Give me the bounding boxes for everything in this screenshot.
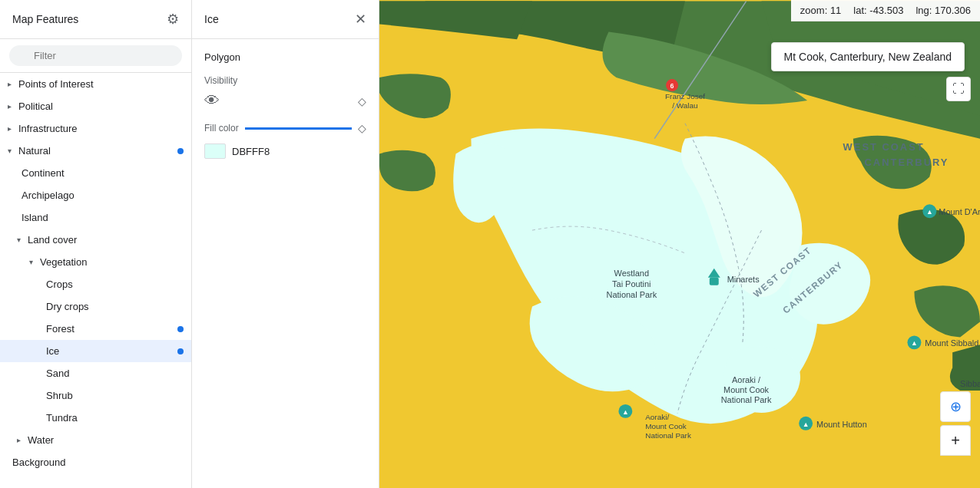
chevron-icon: ▸ [0,102,18,110]
sidebar: Map Features ⚙ ☰ ▸Points of Interest▸Pol… [0,0,192,488]
fill-color-line [245,127,352,130]
svg-text:▲: ▲ [926,208,933,216]
svg-text:Mount Cook: Mount Cook [723,385,770,394]
filter-input[interactable] [9,45,182,66]
sidebar-item-label: Infrastructure [18,123,78,134]
sidebar-item-label: Forest [46,323,74,335]
sidebar-item-label: Island [22,212,48,223]
locate-button[interactable]: ⊕ [940,391,971,422]
sidebar-item-label: Shrub [46,390,73,401]
chevron-icon: ▾ [0,147,18,155]
svg-text:Westland: Westland [614,269,649,278]
svg-text:Aoraki /: Aoraki / [732,375,761,384]
map-svg: 6 Franz Josef / Walau WEST COAST CANTERB… [379,0,980,488]
sidebar-item-shrub[interactable]: Shrub [0,384,191,407]
chevron-icon: ▸ [0,124,18,133]
gear-icon[interactable]: ⚙ [167,11,179,28]
sidebar-item-dry-crops[interactable]: Dry crops [0,295,191,318]
chevron-icon: ▾ [22,258,40,266]
active-dot [177,326,184,332]
detail-title: Ice [204,13,219,25]
detail-panel: Ice ✕ Polygon Visibility 👁 ◇ Fill color … [192,0,379,488]
sidebar-item-sand[interactable]: Sand [0,362,191,384]
active-dot [177,148,184,154]
color-swatch[interactable] [204,143,226,159]
zoom-label: zoom: 11 [800,5,842,16]
svg-text:▲: ▲ [622,408,629,416]
sidebar-item-natural[interactable]: ▾Natural [0,140,191,162]
detail-header: Ice ✕ [192,0,379,39]
active-dot [177,348,184,354]
sidebar-header: Map Features ⚙ [0,0,191,39]
sidebar-item-label: Sand [46,368,69,379]
sidebar-title: Map Features [12,13,78,25]
svg-text:Mount Hutton: Mount Hutton [816,420,867,429]
map-container: zoom: 11 lat: -43.503 lng: 170.306 Mt Co… [379,0,980,488]
svg-text:Aoraki/: Aoraki/ [645,413,669,421]
fullscreen-button[interactable]: ⛶ [946,77,971,101]
sidebar-item-label: Continent [22,167,65,179]
sidebar-item-background[interactable]: Background [0,451,191,473]
sidebar-item-label: Tundra [46,412,78,424]
sidebar-item-infrastructure[interactable]: ▸Infrastructure [0,117,191,140]
svg-text:▲: ▲ [911,339,918,347]
sidebar-item-label: Ice [46,345,59,357]
svg-text:National Park: National Park [606,290,657,299]
map-tooltip: Mt Cook, Canterbury, New Zealand [771,42,965,71]
sidebar-item-label: Crops [46,279,73,290]
svg-text:Franz Josef: Franz Josef [665,92,705,101]
sidebar-item-archipelago[interactable]: Archipelago [0,184,191,206]
sidebar-item-label: Dry crops [46,301,89,312]
sidebar-item-political[interactable]: ▸Political [0,95,191,117]
lng-label: lng: 170.306 [915,5,971,16]
zoom-plus-button[interactable]: + [940,425,971,456]
fill-color-row: Fill color ◇ [204,122,366,134]
svg-text:CANTERBURY: CANTERBURY [865,157,949,168]
visibility-label: Visibility [204,75,366,86]
chevron-icon: ▸ [0,80,18,88]
svg-text:▲: ▲ [803,420,809,428]
sidebar-item-water[interactable]: ▸Water [0,429,191,451]
svg-text:Mount D'Archiac: Mount D'Archiac [939,207,980,216]
sidebar-item-label: Vegetation [40,256,87,268]
svg-text:WEST COAST: WEST COAST [843,141,925,153]
filter-bar: ☰ [0,39,191,73]
detail-content: Polygon Visibility 👁 ◇ Fill color ◇ DBFF… [192,39,379,488]
sidebar-item-continent[interactable]: Continent [0,162,191,184]
svg-text:Minarets: Minarets [727,275,760,284]
svg-text:Sibbald: Sibbald [960,379,980,388]
tree-container: ▸Points of Interest▸Political▸Infrastruc… [0,73,191,473]
sidebar-item-label: Archipelago [22,190,74,201]
sidebar-item-vegetation[interactable]: ▾Vegetation [0,251,191,273]
sidebar-item-label: Natural [18,145,51,157]
sidebar-item-ice[interactable]: Ice [0,340,191,362]
map-header: zoom: 11 lat: -43.503 lng: 170.306 [791,0,980,21]
chevron-icon: ▾ [9,236,28,244]
eye-icon[interactable]: 👁 [204,92,220,110]
sidebar-item-island[interactable]: Island [0,206,191,229]
sidebar-item-forest[interactable]: Forest [0,318,191,340]
sidebar-item-label: Points of Interest [18,78,94,90]
sidebar-item-points-of-interest[interactable]: ▸Points of Interest [0,73,191,95]
svg-text:Mount Cook: Mount Cook [645,422,687,430]
lat-label: lat: -43.503 [853,5,903,16]
sidebar-item-label: Land cover [28,234,77,246]
sidebar-item-label: Background [12,457,65,468]
svg-text:/ Walau: / Walau [672,101,697,110]
sidebar-item-crops[interactable]: Crops [0,273,191,295]
svg-text:6: 6 [670,82,674,90]
close-icon[interactable]: ✕ [355,11,366,28]
fill-color-label: Fill color [204,123,239,134]
polygon-label: Polygon [204,51,366,63]
sidebar-item-label: Water [28,434,54,446]
sidebar-item-land-cover[interactable]: ▾Land cover [0,229,191,251]
fill-diamond-icon[interactable]: ◇ [358,122,366,134]
sidebar-item-label: Political [18,101,53,112]
filter-wrapper: ☰ [9,45,182,66]
sidebar-item-tundra[interactable]: Tundra [0,407,191,429]
chevron-icon: ▸ [9,436,28,444]
visibility-row: 👁 ◇ [204,92,366,110]
color-hex: DBFFF8 [232,146,270,157]
diamond-icon[interactable]: ◇ [358,95,366,107]
svg-text:Tai Poutini: Tai Poutini [612,279,651,289]
